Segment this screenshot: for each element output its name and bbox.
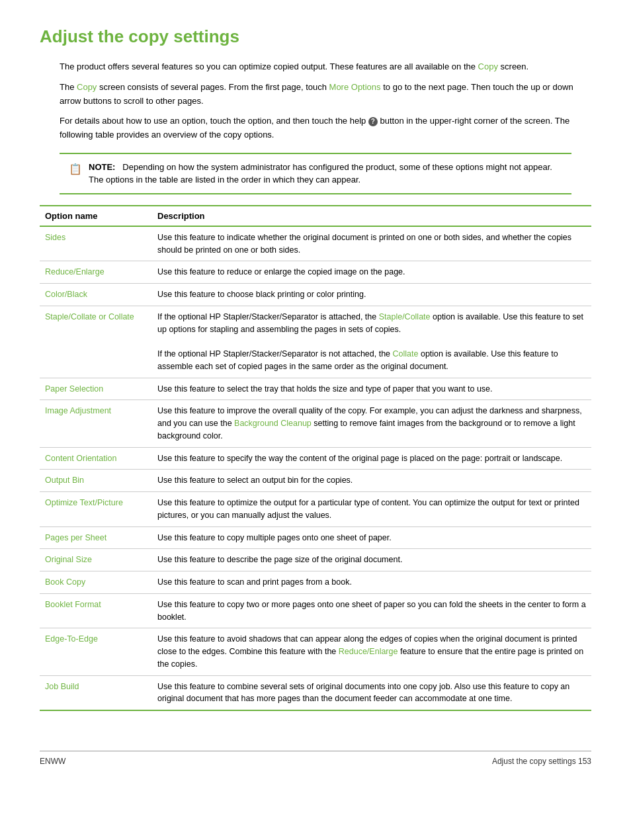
- option-name[interactable]: Edge-To-Edge: [40, 628, 152, 675]
- background-cleanup-link[interactable]: Background Cleanup: [234, 419, 312, 428]
- note-box: 📋 NOTE: Depending on how the system admi…: [60, 153, 571, 194]
- option-description: Use this feature to select an output bin…: [152, 470, 591, 492]
- col-option-name: Option name: [40, 206, 152, 226]
- option-description: Use this feature to indicate whether the…: [152, 226, 591, 261]
- collate-link[interactable]: Collate: [393, 349, 419, 358]
- intro-para2: The Copy screen consists of several page…: [60, 81, 591, 108]
- page-title: Adjust the copy settings: [40, 26, 591, 47]
- option-description: Use this feature to specify the way the …: [152, 447, 591, 470]
- option-description: Use this feature to improve the overall …: [152, 400, 591, 447]
- option-description: Use this feature to describe the page si…: [152, 549, 591, 571]
- option-description: Use this feature to select the tray that…: [152, 378, 591, 400]
- option-name[interactable]: Content Orientation: [40, 447, 152, 470]
- option-name[interactable]: Image Adjustment: [40, 400, 152, 447]
- option-description: Use this feature to avoid shadows that c…: [152, 628, 591, 675]
- reduce-enlarge-link[interactable]: Reduce/Enlarge: [339, 647, 398, 656]
- option-description: Use this feature to choose black printin…: [152, 284, 591, 306]
- footer-left: ENWW: [40, 757, 65, 766]
- option-name[interactable]: Job Build: [40, 675, 152, 710]
- option-name[interactable]: Staple/Collate or Collate: [40, 306, 152, 378]
- table-row: Paper Selection Use this feature to sele…: [40, 378, 591, 400]
- note-text: NOTE: Depending on how the system admini…: [89, 161, 562, 187]
- options-table: Option name Description Sides Use this f…: [40, 205, 591, 711]
- option-description: If the optional HP Stapler/Stacker/Separ…: [152, 306, 591, 378]
- note-icon: 📋: [69, 161, 82, 177]
- table-row: Reduce/Enlarge Use this feature to reduc…: [40, 261, 591, 284]
- option-description: Use this feature to copy two or more pag…: [152, 593, 591, 628]
- option-name[interactable]: Optimize Text/Picture: [40, 492, 152, 527]
- table-row: Job Build Use this feature to combine se…: [40, 675, 591, 710]
- table-row: Optimize Text/Picture Use this feature t…: [40, 492, 591, 527]
- option-description: Use this feature to reduce or enlarge th…: [152, 261, 591, 284]
- option-description: Use this feature to combine several sets…: [152, 675, 591, 710]
- option-name[interactable]: Paper Selection: [40, 378, 152, 400]
- table-row: Output Bin Use this feature to select an…: [40, 470, 591, 492]
- table-row: Booklet Format Use this feature to copy …: [40, 593, 591, 628]
- option-name[interactable]: Pages per Sheet: [40, 526, 152, 549]
- option-name[interactable]: Reduce/Enlarge: [40, 261, 152, 284]
- option-name[interactable]: Sides: [40, 226, 152, 261]
- table-row: Staple/Collate or Collate If the optiona…: [40, 306, 591, 378]
- table-row: Color/Black Use this feature to choose b…: [40, 284, 591, 306]
- option-name[interactable]: Original Size: [40, 549, 152, 571]
- table-row: Original Size Use this feature to descri…: [40, 549, 591, 571]
- help-icon: ?: [368, 117, 378, 126]
- option-name[interactable]: Color/Black: [40, 284, 152, 306]
- more-options-link[interactable]: More Options: [329, 82, 381, 92]
- copy-link-2[interactable]: Copy: [77, 82, 97, 92]
- table-row: Sides Use this feature to indicate wheth…: [40, 226, 591, 261]
- option-description: Use this feature to optimize the output …: [152, 492, 591, 527]
- table-row: Content Orientation Use this feature to …: [40, 447, 591, 470]
- table-row: Pages per Sheet Use this feature to copy…: [40, 526, 591, 549]
- option-description: Use this feature to copy multiple pages …: [152, 526, 591, 549]
- footer-right: Adjust the copy settings 153: [492, 757, 591, 766]
- option-name[interactable]: Book Copy: [40, 571, 152, 594]
- option-name[interactable]: Booklet Format: [40, 593, 152, 628]
- option-description: Use this feature to scan and print pages…: [152, 571, 591, 594]
- page-footer: ENWW Adjust the copy settings 153: [40, 751, 591, 766]
- note-label: NOTE:: [89, 162, 115, 172]
- intro-para3: For details about how to use an option, …: [60, 114, 591, 142]
- table-row: Edge-To-Edge Use this feature to avoid s…: [40, 628, 591, 675]
- col-description: Description: [152, 206, 591, 226]
- table-row: Image Adjustment Use this feature to imp…: [40, 400, 591, 447]
- intro-section: The product offers several features so y…: [60, 60, 591, 142]
- option-name[interactable]: Output Bin: [40, 470, 152, 492]
- copy-link-1[interactable]: Copy: [478, 62, 498, 71]
- intro-para1: The product offers several features so y…: [60, 60, 591, 74]
- staple-collate-link[interactable]: Staple/Collate: [379, 312, 431, 321]
- table-row: Book Copy Use this feature to scan and p…: [40, 571, 591, 594]
